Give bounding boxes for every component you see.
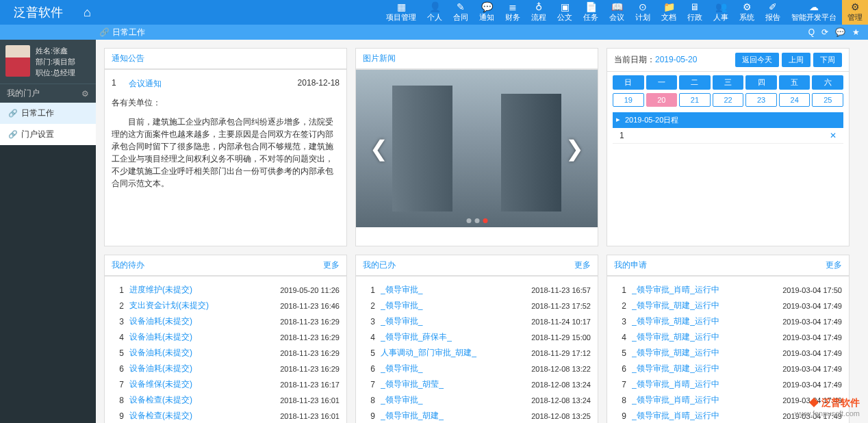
carousel-next-icon[interactable]: ❯	[565, 136, 584, 162]
list-link[interactable]: _领导审批_肖晴_运行中	[632, 284, 777, 296]
list-link[interactable]: 设备检查(未提交)	[129, 410, 275, 422]
sidebar-item[interactable]: 🔗日常工作	[0, 103, 96, 124]
list-link[interactable]: _领导审批_薛保丰_	[381, 331, 526, 343]
home-icon[interactable]: ⌂	[77, 5, 98, 20]
list-item: 3设备油耗(未提交)2018-11-23 16:29	[112, 313, 340, 329]
list-link[interactable]: 设备油耗(未提交)	[129, 347, 275, 359]
more-link[interactable]: 更多	[574, 259, 591, 271]
list-link[interactable]: _领导审批_胡建_运行中	[632, 316, 777, 327]
nav-item-会议[interactable]: 📖会议	[604, 0, 630, 25]
list-item: 1_领导审批_肖晴_运行中2019-03-04 17:50	[614, 282, 842, 298]
carousel-dot[interactable]	[466, 218, 471, 223]
list-link[interactable]: _领导审批_	[381, 316, 526, 327]
calendar-button[interactable]: 下周	[813, 53, 842, 67]
subbar-icon[interactable]: 💬	[835, 27, 845, 37]
nav-icon: 🖥	[690, 2, 700, 12]
list-link[interactable]: 人事调动_部门审批_胡建_	[381, 347, 526, 359]
list-link[interactable]: _领导审批_胡建_运行中	[632, 347, 777, 359]
list-link[interactable]: _领导审批_胡建_运行中	[632, 363, 777, 374]
calendar-day-name: 日	[613, 75, 644, 90]
subbar-icon[interactable]: ⟳	[821, 27, 828, 37]
list-item: 2支出资金计划(未提交)2018-11-23 16:46	[112, 298, 340, 313]
list-item: 6设备油耗(未提交)2018-11-23 16:29	[112, 361, 340, 376]
calendar-button[interactable]: 上周	[782, 53, 810, 67]
list-item: 4_领导审批_胡建_运行中2019-03-04 17:49	[614, 329, 842, 345]
link-icon: 🔗	[99, 27, 110, 37]
calendar-day[interactable]: 23	[745, 93, 777, 107]
notice-link[interactable]: 会议通知	[129, 78, 291, 90]
nav-item-人事[interactable]: 👥人事	[708, 0, 734, 25]
list-link[interactable]: _领导审批_	[381, 363, 526, 374]
sidebar-item[interactable]: 🔗门户设置	[0, 124, 96, 145]
calendar-day[interactable]: 19	[613, 93, 644, 107]
carousel-prev-icon[interactable]: ❮	[370, 136, 388, 162]
portal-header: 我的门户 ⚙	[0, 84, 96, 103]
list-link[interactable]: 设备油耗(未提交)	[129, 363, 275, 374]
list-link[interactable]: _领导审批_胡建_运行中	[632, 300, 777, 311]
avatar[interactable]	[5, 45, 30, 77]
notice-text[interactable]: 各有关单位： 目前，建筑施工企业内部承包合同纠纷逐步增多，法院受理的这方面案件也…	[112, 97, 340, 240]
link-icon: 🔗	[8, 130, 18, 139]
list-link[interactable]: 设备油耗(未提交)	[129, 331, 275, 343]
list-link[interactable]: 设备检查(未提交)	[129, 394, 275, 406]
user-info: 姓名:张鑫 部门:项目部 职位:总经理	[0, 40, 96, 84]
list-link[interactable]: _领导审批_肖晴_运行中	[632, 410, 777, 422]
nav-item-合同[interactable]: ✎合同	[448, 0, 474, 25]
nav-item-文档[interactable]: 📁文档	[656, 0, 682, 25]
nav-icon: ☁	[809, 2, 819, 12]
more-link[interactable]: 更多	[323, 259, 340, 271]
list-item: 8设备检查(未提交)2018-11-23 16:01	[112, 392, 340, 408]
nav-icon: ⚙	[851, 2, 860, 12]
nav-item-智能开发平台[interactable]: ☁智能开发平台	[786, 0, 842, 25]
nav-item-通知[interactable]: 💬通知	[474, 0, 500, 25]
gear-icon[interactable]: ⚙	[81, 89, 89, 99]
calendar-day-name: 五	[779, 75, 810, 90]
list-item: 2_领导审批_胡建_运行中2019-03-04 17:49	[614, 298, 842, 313]
calendar-day[interactable]: 25	[812, 93, 843, 107]
subbar-icon[interactable]: ★	[852, 27, 860, 37]
nav-item-计划[interactable]: ⊙计划	[630, 0, 656, 25]
calendar-day[interactable]: 21	[679, 93, 711, 107]
calendar-day[interactable]: 20	[646, 93, 678, 107]
carousel-dot[interactable]	[483, 218, 487, 223]
calendar-day[interactable]: 22	[713, 93, 744, 107]
carousel-dot[interactable]	[474, 218, 479, 223]
nav-item-系统[interactable]: ⚙系统	[734, 0, 760, 25]
nav-item-项目管理[interactable]: ▦项目管理	[381, 0, 422, 25]
list-link[interactable]: _领导审批_胡建_运行中	[632, 331, 777, 343]
nav-item-公文[interactable]: ▣公文	[552, 0, 578, 25]
nav-item-财务[interactable]: ≣财务	[500, 0, 526, 25]
list-item: 9设备检查(未提交)2018-11-23 16:01	[112, 408, 340, 423]
nav-item-流程[interactable]: ♁流程	[526, 0, 552, 25]
list-link[interactable]: _领导审批_胡建_	[381, 410, 526, 422]
list-link[interactable]: _领导审批_	[381, 300, 526, 311]
notice-panel: 通知公告 1 会议通知 2018-12-18 各有关单位： 目前，建筑施工企业内…	[104, 48, 347, 246]
nav-icon: ✐	[769, 2, 777, 12]
list-link[interactable]: 进度维护(未提交)	[129, 284, 275, 296]
close-icon[interactable]: ✕	[830, 131, 837, 140]
list-link[interactable]: _领导审批_肖晴_运行中	[632, 379, 777, 390]
list-link[interactable]: 设备维保(未提交)	[129, 379, 275, 390]
list-link[interactable]: 设备油耗(未提交)	[129, 316, 275, 327]
list-item: 5设备油耗(未提交)2018-11-23 16:29	[112, 345, 340, 361]
list-link[interactable]: _领导审批_	[381, 284, 526, 296]
list-link[interactable]: _领导审批_胡莹_	[381, 379, 526, 390]
subbar-icon[interactable]: Q	[808, 27, 815, 37]
list-link[interactable]: 支出资金计划(未提交)	[129, 300, 275, 311]
calendar-day[interactable]: 24	[779, 93, 810, 107]
panel-title: 通知公告	[112, 53, 144, 64]
nav-item-报告[interactable]: ✐报告	[760, 0, 786, 25]
list-item: 9_领导审批_胡建_2018-12-08 13:25	[363, 408, 591, 423]
list-link[interactable]: _领导审批_肖晴_运行中	[632, 394, 777, 406]
calendar-button[interactable]: 返回今天	[735, 53, 779, 67]
more-link[interactable]: 更多	[826, 259, 842, 271]
nav-item-任务[interactable]: 📄任务	[578, 0, 604, 25]
list-item: 7设备维保(未提交)2018-11-23 16:17	[112, 376, 340, 392]
nav-item-个人[interactable]: 👤个人	[422, 0, 448, 25]
picnews-panel: 图片新闻 ❮ ❯	[355, 48, 598, 246]
list-link[interactable]: _领导审批_	[381, 394, 526, 406]
nav-icon: ✎	[457, 2, 465, 12]
nav-item-行政[interactable]: 🖥行政	[682, 0, 708, 25]
nav-item-管理[interactable]: ⚙管理	[842, 0, 868, 25]
calendar-day-name: 六	[812, 75, 843, 90]
